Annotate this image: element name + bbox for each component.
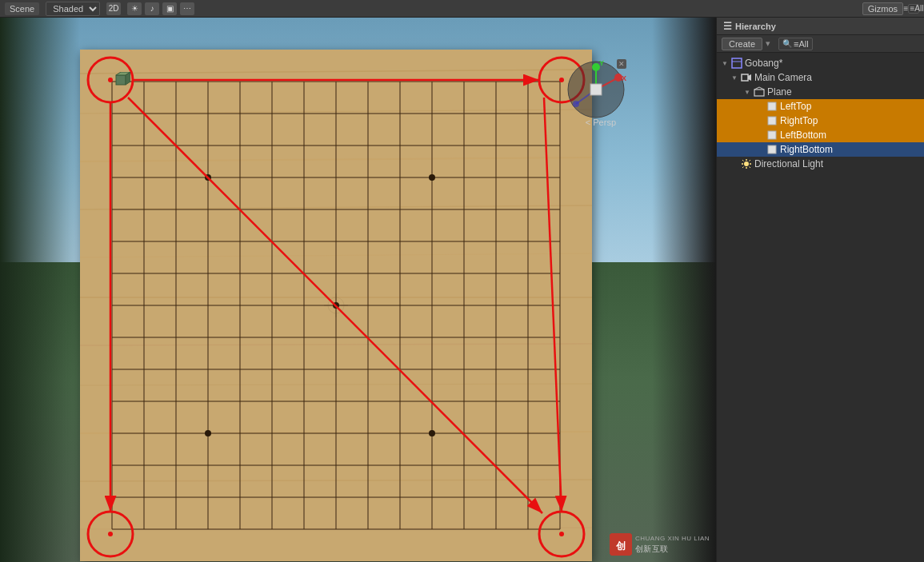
light-icon [741, 158, 752, 169]
hierarchy-tree: ▼ Gobang* ▼ Main Camera ▼ Pla [717, 53, 924, 562]
scene-shadow-left [0, 18, 80, 562]
tree-label-right-bottom: RightBottom [780, 144, 833, 155]
tree-item-left-bottom[interactable]: LeftBottom [717, 128, 924, 142]
2d-button[interactable]: 2D [106, 2, 121, 15]
svg-rect-89 [768, 145, 776, 153]
all-icon: 🔍 [782, 39, 792, 48]
svg-point-90 [744, 161, 749, 166]
tree-label-main-camera: Main Camera [754, 72, 812, 83]
tree-label-left-top: LeftTop [780, 101, 811, 112]
tree-label-directional-light: Directional Light [754, 158, 823, 169]
svg-line-96 [750, 160, 751, 161]
sun-icon[interactable]: ☀ [127, 2, 142, 15]
persp-label: < Persp [586, 118, 616, 127]
object-icon-left-top [766, 101, 778, 112]
tree-item-right-bottom[interactable]: RightBottom [717, 142, 924, 157]
board-wood-texture [80, 50, 592, 561]
scene-shadow-right [652, 18, 716, 562]
all-button[interactable]: 🔍 ≡All [778, 38, 813, 50]
camera-icon [741, 72, 752, 83]
tree-item-gobang[interactable]: ▼ Gobang* [717, 56, 924, 70]
gizmo-close-button[interactable]: ✕ [617, 59, 626, 69]
object-icon-right-top [766, 115, 778, 126]
tree-item-main-camera[interactable]: ▼ Main Camera [717, 70, 924, 85]
svg-text:创: 创 [615, 540, 626, 552]
shading-dropdown[interactable]: Shaded [46, 2, 100, 16]
tree-arrow-right-bottom [755, 145, 765, 154]
tree-arrow-plane: ▼ [742, 87, 752, 97]
tree-arrow-directional-light [730, 159, 739, 169]
object-icon-left-bottom [766, 130, 778, 141]
gizmos-button[interactable]: Gizmos [862, 2, 903, 15]
svg-rect-83 [754, 90, 764, 96]
svg-rect-64 [116, 75, 126, 85]
watermark: 创 CHUANG XIN HU LIAN 创新互联 [610, 533, 710, 556]
hierarchy-panel: ☰ Hierarchy Create ▾ 🔍 ≡All ▼ Gobang* ▼ [716, 18, 924, 562]
tree-item-plane[interactable]: ▼ Plane [717, 85, 924, 99]
hierarchy-header: ☰ Hierarchy [717, 18, 924, 35]
svg-text:X: X [622, 74, 626, 82]
mesh-icon [754, 86, 765, 98]
svg-point-45 [205, 430, 211, 436]
hierarchy-menu-icon: ☰ [723, 21, 732, 32]
main-layout: X Y ✕ < Persp 创 CHUANG XIN HU LIAN 创新互联 [0, 18, 924, 562]
tree-label-plane: Plane [767, 86, 792, 98]
tree-label-right-top: RightTop [780, 115, 818, 126]
tree-arrow-left-top [755, 102, 765, 111]
tree-label-left-bottom: LeftBottom [780, 130, 826, 141]
tree-item-directional-light[interactable]: Directional Light [717, 157, 924, 171]
tree-label-gobang: Gobang* [745, 58, 782, 69]
svg-text:Y: Y [599, 59, 604, 67]
3d-gizmo[interactable]: X Y ✕ [564, 58, 628, 122]
sound-icon[interactable]: ♪ [145, 2, 159, 15]
go-board-container [80, 50, 592, 561]
toolbar-icons: ☀ ♪ ▣ ⋯ [127, 2, 194, 15]
tree-item-right-top[interactable]: RightTop [717, 114, 924, 128]
svg-line-98 [750, 167, 751, 169]
tree-item-left-top[interactable]: LeftTop [717, 99, 924, 114]
watermark-line1: CHUANG XIN HU LIAN [635, 535, 710, 543]
svg-rect-81 [742, 74, 748, 81]
create-button[interactable]: Create [722, 38, 762, 50]
tree-arrow-gobang: ▼ [720, 58, 730, 68]
hierarchy-title: Hierarchy [735, 22, 776, 31]
watermark-company: 创新互联 [635, 544, 710, 554]
scene-cube-object [114, 72, 130, 88]
svg-point-42 [205, 174, 211, 181]
hierarchy-toolbar: Create ▾ 🔍 ≡All [717, 35, 924, 53]
tree-arrow-main-camera: ▼ [730, 73, 739, 82]
watermark-text: CHUANG XIN HU LIAN 创新互联 [635, 535, 710, 553]
tree-arrow-left-bottom [755, 130, 765, 140]
svg-line-95 [742, 160, 744, 161]
scene-viewport[interactable]: X Y ✕ < Persp 创 CHUANG XIN HU LIAN 创新互联 [0, 18, 716, 562]
svg-line-97 [742, 167, 744, 169]
more-icon[interactable]: ⋯ [180, 2, 194, 15]
camera-icon[interactable]: ▣ [162, 2, 177, 15]
top-bar: Scene Shaded 2D ☀ ♪ ▣ ⋯ Gizmos ≡ ≡All [0, 0, 924, 18]
watermark-logo: 创 [610, 533, 632, 556]
object-icon-right-bottom [766, 144, 778, 155]
svg-rect-74 [590, 84, 602, 95]
tree-arrow-right-top [755, 116, 765, 126]
scene-icon [731, 58, 742, 69]
svg-rect-88 [768, 131, 776, 139]
svg-point-73 [573, 101, 579, 107]
svg-rect-87 [768, 117, 776, 125]
gizmos-section: Gizmos ≡ ≡All [862, 2, 919, 15]
svg-rect-79 [732, 58, 742, 68]
svg-point-46 [429, 430, 435, 436]
minimize-button[interactable]: ≡ ≡All [908, 4, 919, 14]
go-board [80, 50, 592, 561]
svg-point-43 [429, 174, 435, 181]
svg-rect-86 [768, 102, 776, 110]
scene-tab[interactable]: Scene [5, 2, 39, 15]
